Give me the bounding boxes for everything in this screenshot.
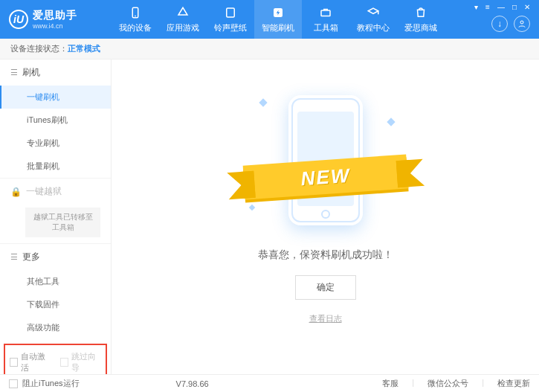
sidebar-item-advanced[interactable]: 高级功能: [0, 316, 111, 339]
auto-activate-label: 自动激活: [21, 351, 51, 373]
nav-store[interactable]: 爱思商城: [397, 0, 445, 39]
logo-icon: iU: [9, 10, 28, 29]
footer-wechat[interactable]: 微信公众号: [427, 378, 468, 389]
block-itunes-checkbox[interactable]: [9, 379, 18, 388]
sidebar-section-jailbreak: 🔒 一键越狱: [0, 179, 111, 205]
footer-support[interactable]: 客服: [382, 378, 398, 389]
logo-area: iU 爱思助手 www.i4.cn: [0, 9, 112, 30]
close-icon[interactable]: ✕: [524, 3, 530, 11]
window-controls: ▾ ≡ — □ ✕: [474, 0, 533, 11]
flash-icon: [271, 6, 285, 19]
sidebar-item-itunes-flash[interactable]: iTunes刷机: [0, 109, 111, 132]
auto-activate-checkbox[interactable]: [10, 358, 18, 367]
nav-apps-games[interactable]: 应用游戏: [159, 0, 207, 39]
new-ribbon: NEW: [242, 154, 408, 199]
version-label: V7.98.66: [176, 379, 209, 388]
maximize-icon[interactable]: □: [512, 3, 517, 11]
apps-icon: [176, 6, 190, 19]
lock-icon: 🔒: [10, 187, 22, 197]
view-log-link[interactable]: 查看日志: [309, 313, 342, 324]
main-content: NEW 恭喜您，保资料刷机成功啦！ 确定 查看日志: [112, 60, 539, 374]
device-icon: [129, 6, 142, 19]
tutorial-icon: [367, 6, 380, 19]
store-icon: [414, 6, 427, 19]
nav-toolbox[interactable]: 工具箱: [302, 0, 349, 39]
main-nav: 我的设备 应用游戏 铃声壁纸 智能刷机 工具箱 教程中心 爱思商城: [112, 0, 445, 39]
status-value: 正常模式: [68, 43, 100, 54]
svg-rect-4: [321, 10, 330, 16]
status-bar: 设备连接状态： 正常模式: [0, 39, 539, 60]
sidebar-item-one-key-flash[interactable]: 一键刷机: [0, 86, 111, 109]
checkbox-highlight-box: 自动激活 跳过向导: [4, 344, 107, 374]
status-label: 设备连接状态：: [10, 43, 68, 54]
skip-guide-label: 跳过向导: [71, 351, 101, 373]
menu-icon[interactable]: ≡: [485, 3, 490, 11]
bars-icon: ☰: [10, 252, 18, 262]
sidebar-item-other-tools[interactable]: 其他工具: [0, 270, 111, 293]
ringtone-icon: [224, 6, 237, 19]
jailbreak-moved-note: 越狱工具已转移至工具箱: [25, 208, 100, 237]
svg-point-5: [520, 21, 523, 24]
sidebar-item-batch-flash[interactable]: 批量刷机: [0, 155, 111, 178]
sidebar-item-download-firmware[interactable]: 下载固件: [0, 293, 111, 316]
sidebar-section-flash[interactable]: ☰ 刷机: [0, 60, 111, 86]
ok-button[interactable]: 确定: [295, 275, 356, 300]
app-header: iU 爱思助手 www.i4.cn 我的设备 应用游戏 铃声壁纸 智能刷机 工具…: [0, 0, 539, 39]
user-button[interactable]: [514, 16, 530, 32]
success-illustration: NEW: [244, 89, 407, 231]
success-message: 恭喜您，保资料刷机成功啦！: [258, 248, 393, 262]
minimize-icon[interactable]: —: [497, 3, 505, 11]
footer-check-update[interactable]: 检查更新: [497, 378, 530, 389]
sidebar: ☰ 刷机 一键刷机 iTunes刷机 专业刷机 批量刷机 🔒 一键越狱 越狱工具…: [0, 60, 112, 374]
block-itunes-label: 阻止iTunes运行: [22, 378, 80, 389]
svg-rect-2: [227, 8, 235, 17]
nav-ringtones[interactable]: 铃声壁纸: [207, 0, 254, 39]
nav-tutorials[interactable]: 教程中心: [349, 0, 397, 39]
bars-icon: ☰: [10, 68, 18, 77]
download-button[interactable]: ↓: [491, 16, 508, 32]
toolbox-icon: [319, 6, 332, 19]
sidebar-item-pro-flash[interactable]: 专业刷机: [0, 132, 111, 155]
dropdown-icon[interactable]: ▾: [474, 3, 478, 11]
sidebar-section-more[interactable]: ☰ 更多: [0, 244, 111, 270]
skip-guide-checkbox[interactable]: [60, 358, 68, 367]
nav-my-device[interactable]: 我的设备: [112, 0, 159, 39]
app-url: www.i4.cn: [33, 22, 77, 30]
footer: 阻止iTunes运行 V7.98.66 客服 | 微信公众号 | 检查更新: [0, 374, 539, 392]
nav-flash[interactable]: 智能刷机: [254, 0, 302, 39]
app-title: 爱思助手: [33, 9, 77, 22]
